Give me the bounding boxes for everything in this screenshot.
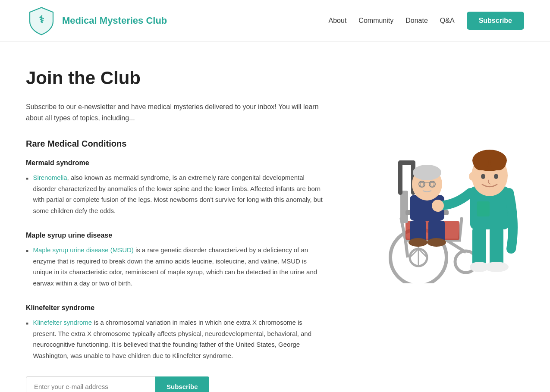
site-title: Medical Mysteries Club bbox=[62, 15, 167, 26]
condition-item: ▪Maple syrup urine disease (MSUD) is a r… bbox=[26, 245, 326, 289]
svg-rect-14 bbox=[400, 191, 408, 223]
condition-text: Klinefelter syndrome is a chromosomal va… bbox=[33, 317, 326, 361]
nav-qa[interactable]: Q&A bbox=[440, 17, 455, 25]
email-input[interactable] bbox=[26, 376, 155, 392]
logo-icon: ⚕ bbox=[26, 5, 57, 36]
site-header: ⚕ Medical Mysteries Club About Community… bbox=[0, 0, 550, 42]
condition-name: Maple syrup urine disease bbox=[26, 232, 326, 239]
site-logo[interactable]: ⚕ Medical Mysteries Club bbox=[26, 5, 167, 36]
svg-point-44 bbox=[469, 172, 476, 181]
condition-link[interactable]: Klinefelter syndrome bbox=[33, 319, 92, 326]
page-title: Join the Club bbox=[26, 68, 326, 88]
condition-block: Maple syrup urine disease▪Maple syrup ur… bbox=[26, 232, 326, 289]
svg-point-30 bbox=[427, 238, 446, 247]
svg-point-42 bbox=[481, 174, 485, 179]
main-content: Join the Club Subscribe to our e-newslet… bbox=[0, 42, 550, 392]
nav-subscribe-button[interactable]: Subscribe bbox=[467, 12, 524, 30]
bullet-icon: ▪ bbox=[26, 245, 28, 257]
svg-rect-32 bbox=[490, 227, 503, 266]
condition-link[interactable]: Maple syrup urine disease (MSUD) bbox=[33, 246, 133, 254]
conditions-list: Mermaid syndrome▪Sirenomelia, also known… bbox=[26, 159, 326, 361]
intro-text: Subscribe to our e-newsletter and have m… bbox=[26, 101, 326, 123]
svg-point-36 bbox=[432, 200, 444, 212]
svg-point-21 bbox=[413, 165, 441, 180]
condition-link[interactable]: Sirenomelia bbox=[33, 174, 67, 181]
content-area: Join the Club Subscribe to our e-newslet… bbox=[26, 68, 326, 392]
condition-name: Mermaid syndrome bbox=[26, 159, 326, 167]
condition-text: Sirenomelia, also known as mermaid syndr… bbox=[33, 172, 326, 216]
hero-illustration bbox=[343, 94, 524, 283]
svg-rect-31 bbox=[472, 227, 486, 266]
svg-point-34 bbox=[484, 262, 509, 272]
condition-item: ▪Sirenomelia, also known as mermaid synd… bbox=[26, 172, 326, 216]
svg-point-41 bbox=[490, 155, 506, 170]
section-heading: Rare Medical Conditions bbox=[26, 139, 326, 149]
condition-name: Klinefelter syndrome bbox=[26, 304, 326, 312]
condition-item: ▪Klinefelter syndrome is a chromosomal v… bbox=[26, 317, 326, 361]
email-subscribe-row: Subscribe bbox=[26, 376, 326, 392]
svg-point-29 bbox=[409, 238, 427, 247]
svg-rect-37 bbox=[477, 201, 490, 216]
condition-block: Mermaid syndrome▪Sirenomelia, also known… bbox=[26, 159, 326, 216]
bullet-icon: ▪ bbox=[26, 317, 28, 330]
svg-line-12 bbox=[446, 240, 466, 252]
svg-text:⚕: ⚕ bbox=[39, 14, 44, 25]
illustration-area bbox=[343, 68, 524, 392]
nav-about[interactable]: About bbox=[329, 17, 347, 25]
main-nav: About Community Donate Q&A Subscribe bbox=[329, 12, 524, 30]
email-subscribe-button[interactable]: Subscribe bbox=[155, 376, 209, 392]
condition-block: Klinefelter syndrome▪Klinefelter syndrom… bbox=[26, 304, 326, 361]
svg-point-40 bbox=[473, 155, 489, 170]
svg-line-11 bbox=[405, 240, 408, 257]
nav-community[interactable]: Community bbox=[358, 17, 393, 25]
nav-donate[interactable]: Donate bbox=[405, 17, 428, 25]
svg-point-43 bbox=[494, 174, 498, 179]
condition-text: Maple syrup urine disease (MSUD) is a ra… bbox=[33, 245, 326, 289]
bullet-icon: ▪ bbox=[26, 172, 28, 185]
